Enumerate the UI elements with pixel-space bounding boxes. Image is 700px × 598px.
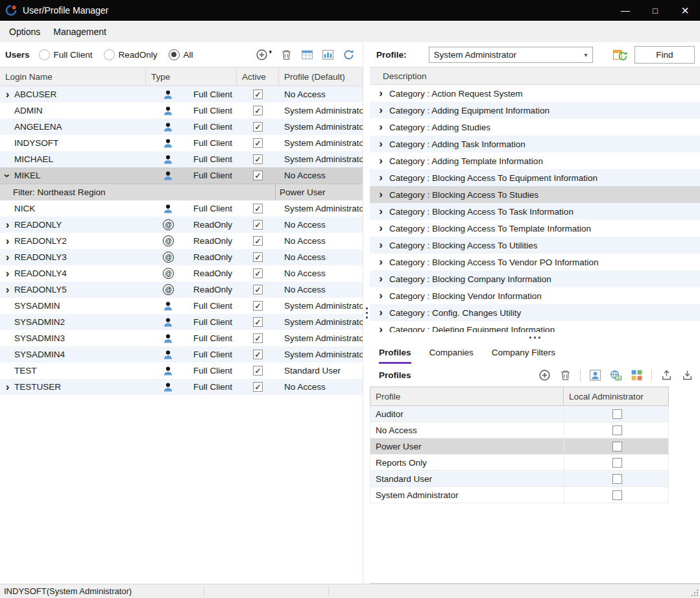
expand-icon[interactable]: ›	[3, 285, 12, 294]
expand-icon[interactable]: ›	[375, 106, 387, 115]
tab[interactable]: Profiles	[379, 342, 411, 364]
expand-icon[interactable]: ›	[3, 383, 12, 392]
local-admin-checkbox[interactable]: ✓	[612, 442, 622, 451]
user-row-group[interactable]: › TESTUSER @ Full Client ✓	[0, 379, 363, 395]
expand-icon[interactable]: ›	[375, 207, 387, 216]
tab[interactable]: Company Filters	[492, 342, 555, 364]
category-row[interactable]: › Category : Blocking Access To Studies	[370, 186, 700, 203]
expand-icon[interactable]: ›	[375, 190, 387, 199]
user-row-group[interactable]: › MICHAEL @ Full Client ✓	[0, 151, 363, 167]
profile-row[interactable]: Standard User ✓	[370, 471, 669, 487]
panel-splitter[interactable]	[363, 42, 370, 584]
expand-icon[interactable]: ›	[375, 156, 387, 165]
maximize-button[interactable]: □	[640, 0, 670, 21]
user-filter-radio[interactable]: Full Client	[39, 49, 93, 60]
expand-icon[interactable]: ›	[3, 221, 12, 230]
active-checkbox[interactable]: ✓	[253, 301, 263, 311]
local-admin-checkbox[interactable]: ✓	[612, 458, 622, 468]
expand-icon[interactable]: ›	[375, 139, 387, 149]
category-row[interactable]: › Category : Blocking Access To Vendor P…	[370, 254, 700, 270]
add-profile-button[interactable]	[538, 369, 551, 381]
expand-icon[interactable]: ›	[3, 90, 12, 99]
resize-grip[interactable]	[690, 588, 699, 597]
category-row[interactable]: › Category : Adding Task Information	[370, 136, 700, 152]
expand-icon[interactable]: ›	[3, 171, 12, 180]
user-row-group[interactable]: › INDYSOFT @ Full Client ✓	[0, 135, 363, 151]
user-table-row[interactable]: › READONLY5 @ ReadOnly ✓	[0, 281, 363, 298]
user-table-row[interactable]: › READONLY @ ReadOnly ✓	[0, 217, 363, 233]
category-row[interactable]: › Category : Blocking Access To Equipmen…	[370, 169, 700, 186]
category-row[interactable]: › Category : Action Request System	[370, 85, 700, 102]
active-checkbox[interactable]: ✓	[253, 154, 263, 164]
user-row-group[interactable]: › TEST @ Full Client ✓	[0, 363, 363, 379]
category-row[interactable]: › Category : Blocking Access To Template…	[370, 220, 700, 237]
user-row-group[interactable]: › READONLY2 @ ReadOnly ✓	[0, 233, 363, 249]
delete-profile-button[interactable]	[559, 369, 572, 381]
menu-item[interactable]: Options	[3, 22, 47, 42]
apply-profile-button[interactable]	[612, 49, 628, 61]
active-checkbox[interactable]: ✓	[253, 285, 263, 294]
profile-dropdown[interactable]: System Administrator ▾	[429, 47, 593, 63]
category-row[interactable]: › Category : Adding Template Information	[370, 152, 700, 169]
import-profile-button[interactable]	[681, 369, 694, 381]
expand-icon[interactable]: ›	[375, 241, 387, 250]
expand-icon[interactable]: ›	[375, 308, 387, 317]
active-checkbox[interactable]: ✓	[253, 252, 263, 262]
active-checkbox[interactable]: ✓	[253, 333, 263, 343]
expand-icon[interactable]: ›	[375, 257, 387, 267]
menu-item[interactable]: Management	[47, 22, 113, 42]
active-checkbox[interactable]: ✓	[253, 236, 263, 246]
user-table-row[interactable]: › ANGELENA @ Full Client ✓	[0, 119, 363, 135]
user-filter-subrow[interactable]: Filter: Northeast Region Power User	[0, 184, 363, 200]
user-row-group[interactable]: › SYSADMIN4 @ Full Client ✓	[0, 346, 363, 363]
permissions-grid-button[interactable]	[631, 369, 643, 381]
user-table-row[interactable]: › SYSADMIN @ Full Client ✓	[0, 298, 363, 314]
horizontal-splitter[interactable]	[370, 332, 700, 342]
column-header[interactable]: Type	[146, 67, 237, 86]
profile-row[interactable]: Auditor ✓	[370, 406, 669, 422]
user-row-group[interactable]: › MIKEL @ Full Client ✓	[0, 167, 363, 200]
active-checkbox[interactable]: ✓	[253, 350, 263, 359]
active-checkbox[interactable]: ✓	[253, 138, 263, 148]
active-checkbox[interactable]: ✓	[253, 220, 263, 230]
profile-row[interactable]: Reports Only ✓	[370, 455, 669, 471]
user-row-group[interactable]: › READONLY @ ReadOnly ✓	[0, 217, 363, 233]
profile-row[interactable]: Power User ✓	[370, 438, 669, 455]
user-table-row[interactable]: › TESTUSER @ Full Client ✓	[0, 379, 363, 395]
user-table-row[interactable]: › READONLY4 @ ReadOnly ✓	[0, 265, 363, 281]
expand-icon[interactable]: ›	[3, 269, 12, 278]
category-row[interactable]: › Category : Config. Changes Utility	[370, 304, 700, 321]
user-row-group[interactable]: › READONLY4 @ ReadOnly ✓	[0, 265, 363, 281]
column-header[interactable]: Local Administrator	[564, 387, 670, 405]
user-table-row[interactable]: › MICHAEL @ Full Client ✓	[0, 151, 363, 167]
user-table-row[interactable]: › READONLY3 @ ReadOnly ✓	[0, 249, 363, 265]
user-filter-radio[interactable]: All	[169, 49, 193, 60]
add-user-dropdown-icon[interactable]: ▾	[269, 49, 272, 55]
user-row-group[interactable]: › ABCUSER @ Full Client ✓	[0, 86, 363, 102]
user-table-row[interactable]: › INDYSOFT @ Full Client ✓	[0, 135, 363, 151]
user-row-group[interactable]: › READONLY5 @ ReadOnly ✓	[0, 281, 363, 298]
active-checkbox[interactable]: ✓	[253, 204, 263, 213]
expand-icon[interactable]: ›	[375, 173, 387, 182]
column-header[interactable]: Active	[237, 67, 279, 86]
expand-icon[interactable]: ›	[375, 291, 387, 300]
expand-icon[interactable]: ›	[375, 89, 387, 98]
user-table-row[interactable]: › READONLY2 @ ReadOnly ✓	[0, 233, 363, 249]
user-table-row[interactable]: › ABCUSER @ Full Client ✓	[0, 86, 363, 102]
active-checkbox[interactable]: ✓	[253, 382, 263, 392]
profile-row[interactable]: No Access ✓	[370, 422, 669, 438]
active-checkbox[interactable]: ✓	[253, 106, 263, 115]
column-header[interactable]: Profile (Default)	[279, 67, 363, 86]
user-table-row[interactable]: › SYSADMIN3 @ Full Client ✓	[0, 330, 363, 346]
expand-icon[interactable]: ›	[375, 123, 387, 132]
delete-user-button[interactable]	[280, 49, 293, 61]
export-profile-button[interactable]	[660, 369, 673, 381]
user-filter-radio[interactable]: ReadOnly	[104, 49, 158, 60]
category-row[interactable]: › Category : Adding Studies	[370, 119, 700, 136]
expand-icon[interactable]: ›	[375, 224, 387, 233]
active-checkbox[interactable]: ✓	[253, 269, 263, 278]
expand-icon[interactable]: ›	[3, 253, 12, 262]
category-row[interactable]: › Category : Adding Equipment Informatio…	[370, 102, 700, 119]
category-row[interactable]: › Category : Blocking Company Informatio…	[370, 270, 700, 287]
column-header[interactable]: Login Name	[0, 67, 146, 86]
